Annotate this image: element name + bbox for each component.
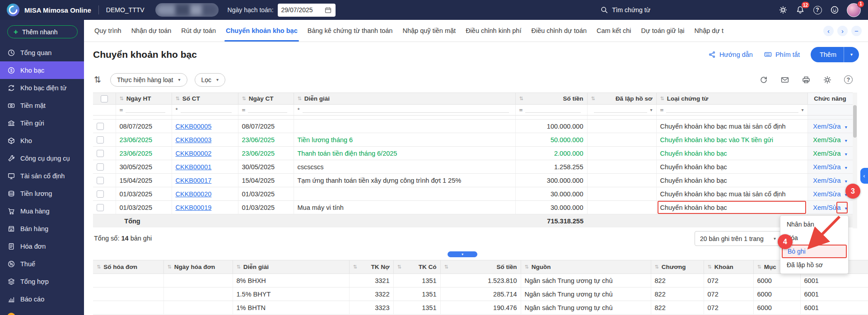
row-menu-caret[interactable]: ▾ [845,138,847,143]
help-button[interactable]: ? [812,5,823,15]
shortcuts-link[interactable]: Phím tắt [764,50,800,59]
tab-rut-du-toan[interactable]: Rút dự toán [176,20,221,42]
sidebar-item-kho-bac-dien-tu[interactable]: Kho bạc điện tử [0,79,84,97]
sidebar-item-tai-san-co-dinh[interactable]: Tài sản cố định [0,167,84,185]
sidebar-item-partial[interactable] [0,308,84,315]
detail-row[interactable]: 8% BHXH 3321 1351 1.523.810 Ngân sách Tr… [93,274,868,287]
row-checkbox[interactable] [97,123,104,130]
row-menu-caret[interactable]: ▾ [845,179,847,184]
gear-icon[interactable] [823,75,832,84]
voucher-row[interactable]: 23/06/2025 CKKB00003 23/06/2025 Tiền lươ… [93,133,853,147]
sort-toggle-icon[interactable]: ⇅ [94,74,101,85]
row-menu-caret[interactable]: ▾ [845,152,847,157]
notifications-button[interactable]: 12 [795,5,806,15]
view-edit-button[interactable]: Xem/Sửa [813,163,840,171]
tab-nhan-du-toan[interactable]: Nhận dự toán [126,20,177,42]
sidebar-item-tien-mat[interactable]: Tiền mặt [0,97,84,114]
view-edit-button[interactable]: Xem/Sửa [813,150,840,157]
menu-item-bo-ghi[interactable]: Bỏ ghi [782,245,847,258]
voucher-row[interactable]: 01/03/2025 CKKB00020 01/03/2025 30.000.0… [93,187,853,201]
filter-dien-giai[interactable]: * [294,105,515,116]
voucher-link[interactable]: CKKB00001 [176,163,212,171]
col-so-ct[interactable]: ⇅Số CT [172,93,238,105]
refresh-icon[interactable] [759,75,768,84]
view-edit-button[interactable]: Xem/Sửa [813,123,840,130]
settings-button[interactable] [778,5,789,15]
col-khoan[interactable]: ⇅Khoản [704,260,753,274]
sidebar-item-thue[interactable]: Thuế [0,255,84,273]
filter-button[interactable]: Lọc ▾ [195,73,226,87]
pane-collapse-handle[interactable]: ▾ [448,251,477,257]
add-button[interactable]: Thêm [811,51,844,58]
col-select[interactable] [93,93,116,105]
row-checkbox[interactable] [97,177,104,184]
col-so-tien[interactable]: ⇅Số tiền [515,93,587,105]
posting-date-input[interactable]: 29/07/2025 [278,4,336,17]
tab-scroll-right-button[interactable]: › [837,26,848,36]
voucher-link[interactable]: CKKB00019 [176,204,212,211]
print-icon[interactable] [802,75,811,84]
voucher-row-selected[interactable]: 01/03/2025 CKKB00019 01/03/2025 Mua máy … [93,201,853,214]
col-loai-chung-tu[interactable]: ⇅Loại chứng từ [656,93,807,105]
voucher-link[interactable]: CKKB00005 [176,123,212,130]
panel-expand-handle[interactable]: ‹ [860,168,868,184]
tab-chuyen-khoan-kho-bac[interactable]: Chuyển khoản kho bạc [221,20,303,42]
voucher-link[interactable]: CKKB00002 [176,150,212,157]
quick-add-button[interactable]: + Thêm nhanh [7,25,78,38]
sidebar-item-tien-gui[interactable]: Tiền gửi [0,114,84,132]
voucher-row[interactable]: 15/04/2025 CKKB00017 15/04/2025 Tạm ứng … [93,174,853,187]
masked-button[interactable] [155,3,219,17]
tab-scroll-left-button[interactable]: ‹ [823,26,834,36]
view-edit-button[interactable]: Xem/Sửa [813,136,840,144]
row-checkbox[interactable] [97,150,104,157]
col-chuong[interactable]: ⇅Chương [651,260,704,274]
row-menu-caret[interactable]: ▾ [845,165,847,170]
row-checkbox[interactable] [97,136,104,144]
tab-collapse-button[interactable]: − [851,26,862,36]
sidebar-item-kho[interactable]: Kho [0,132,84,149]
help-icon[interactable]: ? [844,75,853,84]
assistant-button[interactable] [829,5,840,15]
view-edit-button[interactable]: Xem/Sửa [813,177,840,184]
batch-actions-button[interactable]: Thực hiện hàng loạt ▾ [110,73,187,87]
col-so-hoa-don[interactable]: ⇅Số hóa đơn [93,260,163,274]
col-so-tien[interactable]: ⇅Số tiền [440,260,521,274]
page-size-selector[interactable]: 20 bản ghi trên 1 trang ▾ [695,231,781,246]
tab-bang-ke-chung-tu[interactable]: Bảng kê chứng từ thanh toán [303,20,398,42]
sidebar-item-tong-quan[interactable]: Tổng quan [0,44,84,61]
detail-row[interactable]: 1% BHTN 3323 1351 190.476 Ngân sách Trun… [93,301,868,315]
filter-da-lap-ho-so[interactable]: ▾ [587,105,656,116]
scrollbar-thumb[interactable] [853,105,857,138]
avatar[interactable]: 1 [847,3,861,17]
filter-ngay-ct[interactable]: = [238,105,294,116]
calendar-icon[interactable] [324,6,332,14]
voucher-row[interactable]: 08/07/2025 CKKB00005 08/07/2025 100.000.… [93,120,853,133]
tab-dieu-chinh-du-toan[interactable]: Điều chỉnh dự toán [526,20,592,42]
voucher-row[interactable]: 30/05/2025 CKKB00001 30/05/2025 cscscscs… [93,160,853,174]
menu-item-nhan-ban[interactable]: Nhân bản [780,218,848,231]
sidebar-item-bao-cao[interactable]: Báo cáo [0,290,84,308]
sidebar-item-tong-hop[interactable]: Tổng hợp [0,273,84,290]
col-dien-giai[interactable]: ⇅Diễn giải [294,93,515,105]
view-edit-button[interactable]: Xem/Sửa [813,204,840,211]
col-ngay-ht[interactable]: ⇅Ngày HT [116,93,172,105]
col-ngay-hoa-don[interactable]: ⇅Ngày hóa đơn [163,260,233,274]
email-icon[interactable] [780,75,789,84]
row-menu-caret[interactable]: ▾ [845,125,847,130]
find-voucher-button[interactable]: Tìm chứng từ [600,6,650,14]
tab-quy-trinh[interactable]: Quy trình [89,20,126,42]
col-ngay-ct[interactable]: ⇅Ngày CT [238,93,294,105]
tab-nhap-quy-tien-mat[interactable]: Nhập quỹ tiền mặt [397,20,461,42]
filter-loai-chung-tu[interactable]: =▾ [656,105,807,116]
col-dien-giai[interactable]: ⇅Diễn giải [233,260,349,274]
voucher-link[interactable]: CKKB00003 [176,136,212,144]
sidebar-item-hoa-don[interactable]: Hóa đơn [0,237,84,255]
filter-so-ct[interactable]: * [172,105,238,116]
voucher-link[interactable]: CKKB00017 [176,177,212,184]
menu-item-da-lap-ho-so[interactable]: Đã lập hồ sơ [780,258,848,272]
sidebar-item-kho-bac[interactable]: $ Kho bạc [0,61,84,79]
row-checkbox[interactable] [97,163,104,171]
filter-ngay-ht[interactable]: = [116,105,172,116]
sidebar-item-cong-cu-dung-cu[interactable]: Công cụ dụng cụ [0,149,84,167]
col-nguon[interactable]: ⇅Nguồn [521,260,651,274]
